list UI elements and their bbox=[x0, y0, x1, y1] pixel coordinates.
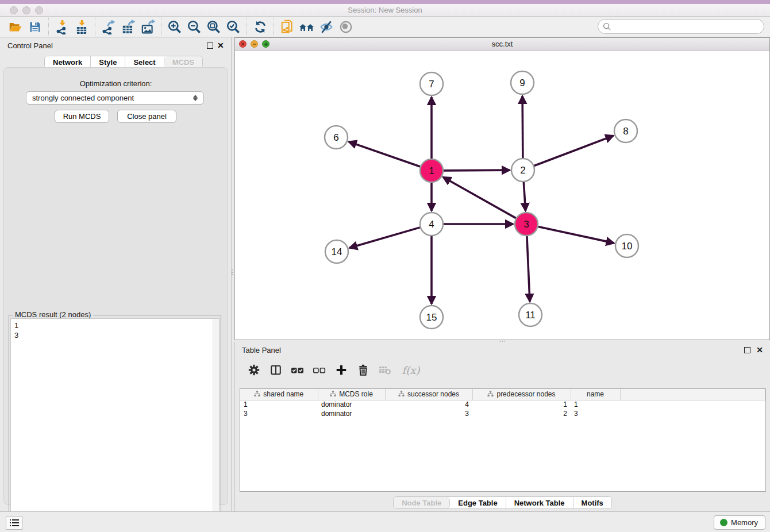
run-mcds-button[interactable]: Run MCDS bbox=[55, 110, 109, 123]
zoom-fit-magnifier-icon bbox=[206, 20, 221, 34]
control-panel-tabs: Network Style Select MCDS bbox=[44, 56, 203, 68]
criterion-dropdown[interactable]: strongly connected component bbox=[26, 91, 204, 105]
graph-edge-3-10[interactable] bbox=[538, 226, 614, 243]
network-graph: 7968124314101511 bbox=[235, 51, 769, 340]
graph-edge-4-14[interactable] bbox=[349, 228, 420, 248]
toolbar-separator bbox=[161, 18, 161, 36]
graph-node-label-10: 10 bbox=[622, 241, 633, 252]
control-panel-title: Control Panel bbox=[7, 41, 53, 50]
graph-edge-1-2[interactable] bbox=[444, 170, 510, 171]
column-header-predecessor-nodes[interactable]: predecessor nodes bbox=[472, 389, 571, 400]
split-panel-button[interactable] bbox=[267, 362, 284, 378]
mcds-result-textarea[interactable]: 1 3 bbox=[10, 318, 220, 530]
column-header-successor-nodes[interactable]: successor nodes bbox=[385, 389, 472, 400]
zoom-out-button[interactable] bbox=[184, 18, 204, 36]
column-header-name[interactable]: name bbox=[571, 389, 620, 400]
tab-mcds[interactable]: MCDS bbox=[164, 56, 202, 68]
status-bar: Memory bbox=[0, 511, 770, 532]
table-cell[interactable]: 3 bbox=[571, 409, 620, 418]
import-table-button[interactable] bbox=[72, 18, 91, 36]
graph-edge-2-3[interactable] bbox=[523, 182, 525, 211]
main-toolbar bbox=[0, 17, 770, 37]
table-cell[interactable]: dominator bbox=[318, 400, 385, 409]
zoom-out-magnifier-icon bbox=[187, 20, 202, 34]
export-network-button[interactable] bbox=[99, 18, 118, 36]
tab-network-table[interactable]: Network Table bbox=[506, 497, 573, 508]
close-panel-icon[interactable]: ✕ bbox=[217, 41, 224, 50]
search-input[interactable] bbox=[614, 22, 764, 31]
tab-network[interactable]: Network bbox=[45, 56, 91, 68]
task-history-button[interactable] bbox=[6, 516, 22, 530]
plus-icon bbox=[335, 364, 348, 376]
graph-edge-2-8[interactable] bbox=[534, 136, 614, 165]
zoom-in-button[interactable] bbox=[165, 18, 184, 36]
table-row[interactable]: 1dominator411 bbox=[240, 400, 765, 409]
graph-edge-3-11[interactable] bbox=[527, 236, 530, 302]
table-cell[interactable]: 4 bbox=[385, 400, 472, 409]
table-settings-button[interactable] bbox=[245, 362, 263, 378]
zoom-selected-magnifier-icon bbox=[226, 20, 241, 34]
tab-node-table[interactable]: Node Table bbox=[394, 497, 450, 508]
mcds-tab-content: Optimization criterion: strongly connect… bbox=[3, 67, 228, 505]
tab-select[interactable]: Select bbox=[125, 56, 164, 68]
table-panel-tabs: Node Table Edge Table Network Table Moti… bbox=[393, 496, 612, 509]
zoom-selected-button[interactable] bbox=[224, 18, 243, 36]
memory-button[interactable]: Memory bbox=[714, 515, 765, 530]
home-layout-button[interactable] bbox=[297, 18, 317, 36]
criterion-dropdown-value: strongly connected component bbox=[32, 94, 193, 102]
table-cell[interactable]: 3 bbox=[240, 409, 318, 418]
list-icon bbox=[10, 519, 19, 527]
graph-edge-1-6[interactable] bbox=[349, 142, 420, 167]
graph-edge-3-1[interactable] bbox=[443, 177, 516, 218]
node-table[interactable]: shared name MCDS role successor nodes pr… bbox=[240, 388, 766, 492]
split-columns-icon bbox=[270, 364, 282, 376]
export-network-icon bbox=[101, 20, 116, 34]
vertical-splitter[interactable] bbox=[231, 268, 234, 276]
clone-network-button[interactable] bbox=[278, 18, 297, 36]
show-hidden-button[interactable] bbox=[336, 18, 356, 36]
delete-column-button[interactable] bbox=[355, 362, 372, 378]
table-row[interactable]: 3dominator323 bbox=[240, 409, 765, 418]
import-network-button[interactable] bbox=[52, 18, 72, 36]
create-column-button[interactable] bbox=[333, 362, 350, 378]
close-table-panel-icon[interactable]: ✕ bbox=[756, 345, 763, 354]
hide-selected-button[interactable] bbox=[317, 18, 336, 36]
network-canvas[interactable]: 7968124314101511 bbox=[235, 51, 769, 340]
open-session-button[interactable] bbox=[6, 18, 25, 36]
export-table-button[interactable] bbox=[118, 18, 138, 36]
refresh-arrows-icon bbox=[253, 20, 268, 34]
table-cell[interactable]: dominator bbox=[318, 409, 385, 418]
deselect-all-columns-button[interactable] bbox=[311, 362, 328, 378]
shared-column-icon bbox=[398, 391, 405, 397]
export-image-button[interactable] bbox=[138, 18, 157, 36]
houses-icon bbox=[299, 20, 315, 34]
table-cell[interactable]: 3 bbox=[385, 409, 472, 418]
mcds-result-title: MCDS result (2 nodes) bbox=[13, 310, 93, 319]
search-box[interactable] bbox=[598, 19, 764, 34]
tab-motifs[interactable]: Motifs bbox=[573, 497, 611, 508]
save-session-button[interactable] bbox=[25, 18, 45, 36]
open-folder-icon bbox=[8, 20, 23, 34]
table-cell[interactable]: 2 bbox=[472, 409, 571, 418]
close-panel-button[interactable]: Close panel bbox=[117, 110, 176, 123]
table-cell[interactable]: 1 bbox=[571, 400, 620, 409]
table-cell[interactable]: 1 bbox=[472, 400, 571, 409]
zoom-fit-button[interactable] bbox=[204, 18, 224, 36]
control-panel-header: Control Panel ✕ bbox=[0, 37, 231, 53]
graph-node-label-4: 4 bbox=[429, 219, 434, 230]
shared-column-icon bbox=[487, 391, 494, 397]
select-all-columns-button[interactable] bbox=[289, 362, 306, 378]
tab-edge-table[interactable]: Edge Table bbox=[450, 497, 506, 508]
float-table-panel-icon[interactable] bbox=[744, 347, 750, 353]
dropdown-arrows-icon bbox=[193, 95, 198, 101]
graph-node-label-3: 3 bbox=[523, 219, 529, 230]
tab-style[interactable]: Style bbox=[91, 56, 125, 68]
result-scrollbar[interactable] bbox=[213, 319, 219, 529]
refresh-layout-button[interactable] bbox=[251, 18, 270, 36]
float-panel-icon[interactable] bbox=[207, 43, 213, 49]
column-header-mcds-role[interactable]: MCDS role bbox=[318, 389, 385, 400]
graph-edge-2-9[interactable] bbox=[522, 96, 523, 158]
table-cell[interactable]: 1 bbox=[240, 400, 318, 409]
column-header-shared-name[interactable]: shared name bbox=[240, 389, 318, 400]
export-image-icon bbox=[140, 20, 155, 34]
